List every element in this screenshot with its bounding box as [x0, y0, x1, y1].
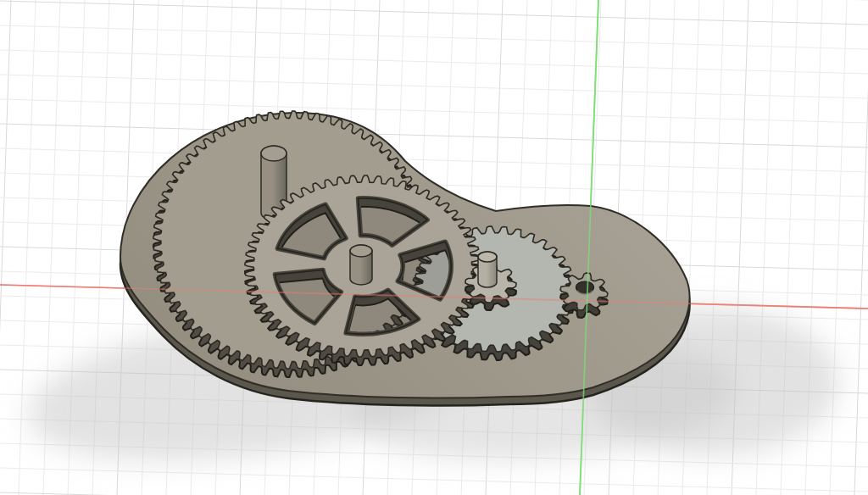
shaft-pin-small-pinion[interactable] — [478, 252, 497, 287]
model-scene[interactable] — [0, 0, 868, 495]
cad-viewport-canvas[interactable] — [0, 0, 868, 495]
hub-boss-spoked-gear[interactable] — [350, 245, 372, 285]
